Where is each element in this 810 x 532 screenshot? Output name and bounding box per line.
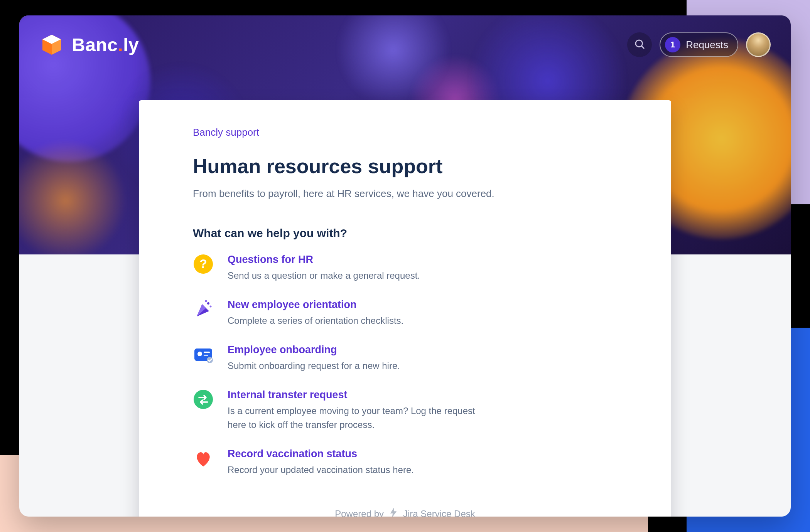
svg-point-11	[207, 357, 213, 363]
page-description: From benefits to payroll, here at HR ser…	[193, 188, 617, 200]
brand-logo[interactable]: Banc.ly	[39, 32, 139, 57]
app-shell: Banc.ly 1 Requests Bancly	[19, 15, 791, 517]
request-desc: Complete a series of orientation checkli…	[228, 314, 490, 328]
brand-name: Banc.ly	[72, 34, 139, 56]
heart-icon	[193, 448, 214, 469]
breadcrumb[interactable]: Bancly support	[193, 126, 259, 138]
request-desc: Record your updated vaccination status h…	[228, 463, 490, 477]
brand-name-b: ly	[123, 35, 139, 55]
request-desc: Send us a question or make a general req…	[228, 269, 490, 283]
footer-prefix: Powered by	[335, 508, 384, 517]
request-type-vaccination[interactable]: Record vaccination status Record your up…	[193, 448, 617, 477]
section-heading: What can we help you with?	[193, 227, 617, 240]
svg-point-6	[205, 300, 207, 302]
bolt-icon	[389, 508, 398, 517]
svg-point-5	[210, 306, 212, 308]
transfer-arrows-icon	[193, 389, 214, 410]
party-popper-icon	[193, 299, 214, 320]
svg-point-8	[197, 352, 202, 356]
powered-by-footer: Powered by Jira Service Desk	[193, 508, 617, 517]
request-type-list: ? Questions for HR Send us a question or…	[193, 254, 617, 477]
brand-dot: .	[118, 35, 123, 55]
brand-name-a: Banc	[72, 35, 118, 55]
topbar: Banc.ly 1 Requests	[19, 15, 791, 57]
svg-line-1	[641, 46, 644, 48]
svg-rect-9	[204, 352, 210, 353]
request-type-onboarding[interactable]: Employee onboarding Submit onboarding re…	[193, 344, 617, 373]
portal-card: Bancly support Human resources support F…	[139, 100, 671, 517]
request-title: Employee onboarding	[228, 344, 617, 356]
requests-label: Requests	[686, 39, 728, 51]
top-actions: 1 Requests	[627, 32, 771, 57]
id-card-icon	[193, 344, 214, 365]
request-title: Record vaccination status	[228, 448, 617, 460]
svg-point-12	[194, 390, 213, 409]
svg-rect-10	[204, 355, 208, 356]
request-title: Internal transter request	[228, 389, 617, 401]
question-icon: ?	[193, 254, 214, 274]
search-icon	[634, 38, 645, 51]
bokeh-decor	[19, 139, 127, 254]
avatar[interactable]	[746, 32, 771, 57]
brand-mark-icon	[39, 32, 64, 57]
footer-product: Jira Service Desk	[403, 508, 475, 517]
page-title: Human resources support	[193, 155, 617, 178]
request-title: New employee orientation	[228, 299, 617, 311]
request-type-transfer[interactable]: Internal transter request Is a current e…	[193, 389, 617, 432]
request-desc: Is a current employee moving to your tea…	[228, 404, 490, 432]
request-type-orientation[interactable]: New employee orientation Complete a seri…	[193, 299, 617, 328]
requests-button[interactable]: 1 Requests	[660, 32, 738, 57]
request-type-questions-hr[interactable]: ? Questions for HR Send us a question or…	[193, 254, 617, 283]
requests-count-badge: 1	[665, 37, 680, 52]
svg-text:?: ?	[199, 257, 207, 271]
request-title: Questions for HR	[228, 254, 617, 266]
request-desc: Submit onboarding request for a new hire…	[228, 359, 490, 373]
svg-point-4	[207, 302, 209, 305]
search-button[interactable]	[627, 32, 652, 57]
